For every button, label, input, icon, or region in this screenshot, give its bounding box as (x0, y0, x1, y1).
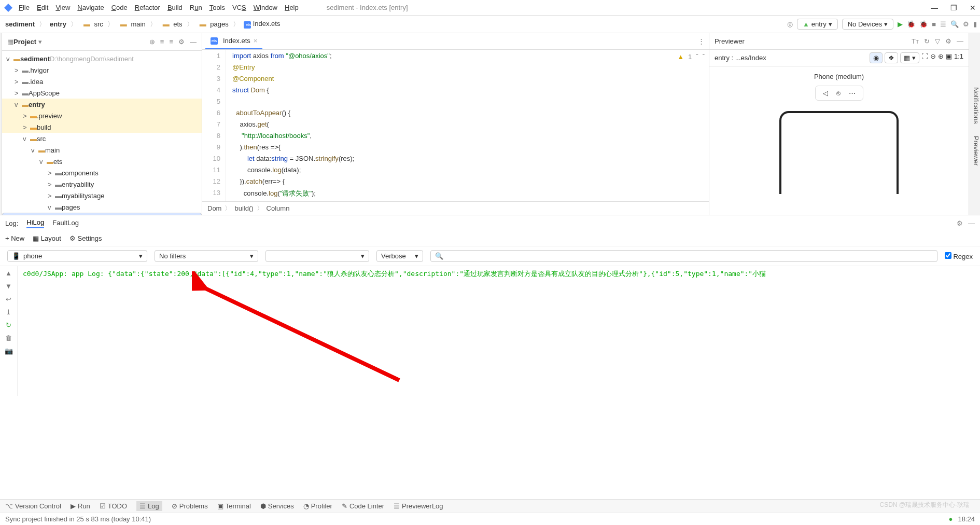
device-filter[interactable]: 📱 phone▾ (7, 250, 147, 262)
settings-icon[interactable]: ⚙ (963, 20, 969, 28)
search-icon[interactable]: 🔍 (950, 20, 959, 28)
zoomin-icon[interactable]: ⊕ (938, 52, 944, 63)
log-label: Log: (5, 219, 18, 227)
zoomout-icon[interactable]: ⊖ (930, 52, 936, 63)
rail-notifications[interactable]: Notifications (972, 87, 980, 124)
tool-todo[interactable]: ☑ TODO (100, 502, 127, 510)
process-filter[interactable]: ▾ (265, 250, 369, 262)
scroll-up-icon[interactable]: ▲ (5, 269, 12, 277)
editor-breadcrumb[interactable]: Dom〉build()〉Column (202, 201, 709, 215)
menu-tools[interactable]: Tools (209, 4, 225, 11)
inspect-toggle[interactable]: ◉ (870, 52, 883, 63)
tool-icon[interactable]: ☰ (940, 20, 946, 28)
refresh-icon[interactable]: ↻ (924, 37, 930, 45)
close-tab-icon[interactable]: × (254, 37, 258, 45)
tool-codelinter[interactable]: ✎ Code Linter (342, 502, 384, 510)
regex-checkbox[interactable]: Regex (945, 252, 973, 260)
screenshot-icon[interactable]: 📷 (5, 347, 13, 355)
sidebar-title[interactable]: Project (13, 38, 36, 46)
wrap-icon[interactable]: ↩ (6, 295, 11, 303)
warning-icon[interactable]: ▲ (677, 53, 684, 61)
right-rail[interactable]: Notifications Previewer (969, 33, 980, 215)
tool-run[interactable]: ▶ Run (71, 502, 90, 510)
menu-run[interactable]: Run (190, 4, 202, 11)
minimize-button[interactable]: — (931, 4, 938, 12)
device-frame (779, 111, 899, 194)
locate-icon[interactable]: ⊕ (149, 38, 155, 46)
tool-problems[interactable]: ⊘ Problems (172, 502, 208, 510)
tool-services[interactable]: ⬢ Services (260, 502, 294, 510)
menu-build[interactable]: Build (167, 4, 183, 11)
debug-icon[interactable]: 🐞 (907, 20, 915, 28)
restart-icon[interactable]: ↻ (6, 321, 11, 329)
hide-icon[interactable]: — (968, 219, 975, 227)
close-button[interactable]: ✕ (970, 4, 976, 12)
tool-log[interactable]: ☰ Log (136, 501, 162, 511)
fit-icon[interactable]: ▣ (946, 52, 952, 63)
menu-edit[interactable]: Edit (37, 4, 48, 11)
code-area[interactable]: import axios from "@ohos/axios";@Entry@C… (226, 50, 709, 201)
ratio-icon[interactable]: 1:1 (954, 52, 963, 63)
menu-view[interactable]: View (55, 4, 70, 11)
collapse-icon[interactable]: ≡ (169, 38, 173, 46)
back-icon[interactable]: ◁ (823, 89, 828, 97)
gear-icon[interactable]: ⚙ (945, 37, 951, 45)
gear-icon[interactable]: ⚙ (957, 219, 963, 227)
module-selector[interactable]: ▲entry▾ (797, 19, 838, 30)
grid-selector[interactable]: ▦ ▾ (900, 52, 919, 63)
app-logo-icon (4, 4, 12, 12)
menu-window[interactable]: Window (254, 4, 277, 11)
more-icon[interactable]: ⋯ (849, 89, 856, 97)
filter-select[interactable]: No filters▾ (155, 250, 258, 262)
hide-icon[interactable]: — (957, 37, 963, 45)
tab-faultlog[interactable]: FaultLog (52, 219, 79, 228)
previewer-title: Previewer (715, 37, 745, 45)
filter-icon[interactable]: ▽ (935, 37, 940, 45)
previewer-pane: Previewer Tт ↻ ▽ ⚙ — entry : ...es/Index… (709, 33, 969, 215)
maximize-button[interactable]: ❐ (950, 4, 957, 12)
prev-highlight-icon[interactable]: ˆ (696, 53, 698, 61)
level-filter[interactable]: Verbose▾ (376, 250, 423, 262)
menu-file[interactable]: File (19, 4, 30, 11)
new-button[interactable]: + New (5, 234, 24, 242)
hide-icon[interactable]: — (190, 38, 197, 46)
scroll-end-icon[interactable]: ⤓ (6, 308, 11, 316)
menu-refactor[interactable]: Refactor (135, 4, 160, 11)
tool-version-control[interactable]: ⌥ Version Control (5, 502, 61, 510)
menu-navigate[interactable]: Navigate (77, 4, 104, 11)
rotate-icon[interactable]: ⎋ (836, 89, 841, 97)
bottom-tool-bar: ⌥ Version Control ▶ Run ☑ TODO ☰ Log ⊘ P… (0, 499, 980, 513)
log-output[interactable]: c0d0/JSApp: app Log: {"data":{"state":20… (18, 266, 980, 396)
watermark: CSDN @瑞晟技术服务中心-耿瑞 (879, 501, 970, 509)
rail-previewer[interactable]: Previewer (972, 136, 980, 166)
menu-vcs[interactable]: VCS (232, 4, 246, 11)
expand-icon[interactable]: ≡ (160, 38, 164, 46)
editor-tab[interactable]: ets Index.ets × (205, 33, 262, 49)
coverage-icon[interactable]: 🐞 (919, 20, 928, 28)
tool-previewerlog[interactable]: ☰ PreviewerLog (394, 502, 443, 510)
more-icon[interactable]: ▮ (973, 20, 977, 28)
menu-bar: File Edit View Navigate Code Refactor Bu… (0, 0, 980, 16)
target-icon[interactable]: ◎ (787, 20, 793, 28)
stop-icon[interactable]: ■ (932, 20, 936, 28)
device-selector[interactable]: No Devices▾ (842, 19, 893, 30)
tool-profiler[interactable]: ◔ Profiler (303, 502, 332, 510)
layout-button[interactable]: ▦ Layout (33, 234, 61, 242)
tab-hilog[interactable]: HiLog (26, 218, 44, 228)
settings-button[interactable]: ⚙ Settings (69, 234, 102, 242)
menu-help[interactable]: Help (285, 4, 299, 11)
layers-icon[interactable]: ❖ (885, 52, 898, 63)
breadcrumb[interactable]: sediment〉entry〉▬ src〉▬ main〉▬ ets〉▬ page… (3, 20, 282, 29)
log-search[interactable]: 🔍 (430, 250, 937, 262)
font-icon[interactable]: Tт (912, 37, 919, 45)
fullscreen-icon[interactable]: ⛶ (921, 52, 928, 63)
run-icon[interactable]: ▶ (898, 20, 903, 28)
tab-more-icon[interactable]: ⋮ (698, 37, 705, 45)
clear-icon[interactable]: 🗑 (5, 334, 12, 342)
scroll-down-icon[interactable]: ▼ (5, 282, 12, 290)
next-highlight-icon[interactable]: ˇ (703, 53, 705, 61)
tool-terminal[interactable]: ▣ Terminal (217, 502, 251, 510)
menu-code[interactable]: Code (111, 4, 128, 11)
project-tree[interactable]: v▬ sediment D:\hongmengDom\sediment>▬ .h… (2, 51, 202, 215)
gear-icon[interactable]: ⚙ (178, 38, 185, 46)
